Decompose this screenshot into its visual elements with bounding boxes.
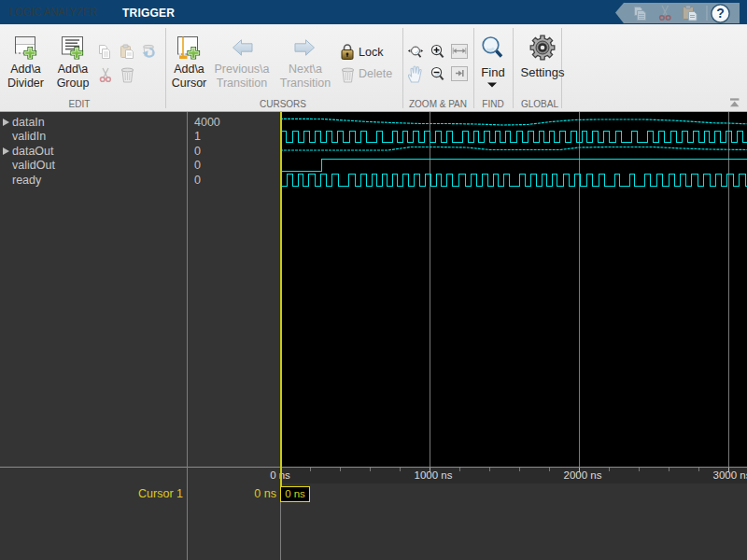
svg-text:?: ? — [716, 6, 725, 21]
